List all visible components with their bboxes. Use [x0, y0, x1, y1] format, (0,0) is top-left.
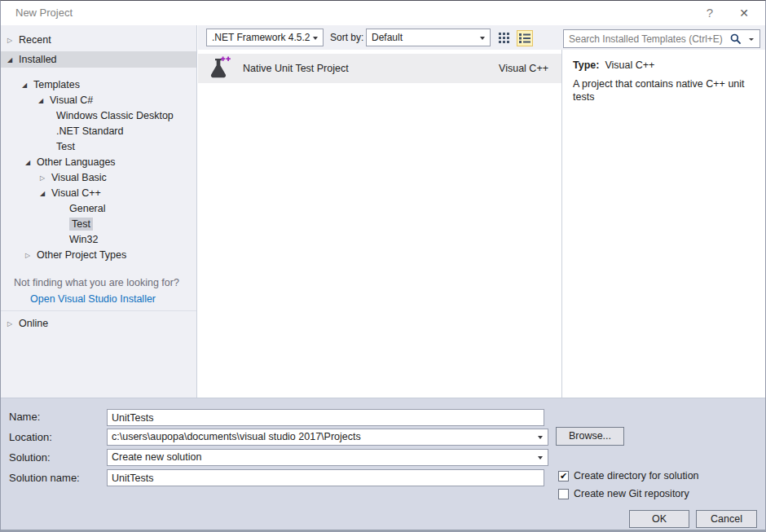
framework-dropdown[interactable]: .NET Framework 4.5.2 [206, 29, 324, 46]
new-project-dialog: New Project ? ✕ ▷Recent ◢Installed ◢Temp… [0, 0, 766, 532]
location-combo[interactable]: c:\users\aupopa\documents\visual studio … [107, 429, 548, 446]
search-input[interactable] [569, 31, 724, 46]
chevron-expanded-icon: ◢ [25, 155, 37, 170]
medium-icons-view-button[interactable] [496, 30, 513, 46]
chevron-expanded-icon: ◢ [22, 77, 33, 93]
solution-value: Create new solution [112, 451, 201, 463]
create-directory-checkbox-row[interactable]: ✔ Create directory for solution [558, 469, 699, 482]
tree-item-label: Test [56, 141, 75, 152]
create-git-repo-checkbox-row[interactable]: Create new Git repository [558, 487, 689, 500]
solution-combo[interactable]: Create new solution [107, 449, 548, 466]
sort-dropdown[interactable]: Default [366, 29, 491, 46]
search-box [563, 29, 760, 48]
tree-item-test-cpp-selected[interactable]: Test [1, 217, 196, 232]
tree-item-label: Other Languages [37, 156, 116, 168]
checkbox-label: Create new Git repository [574, 488, 689, 499]
solution-name-field-wrap [107, 469, 544, 486]
list-view-icon [519, 33, 530, 43]
solution-name-label: Solution name: [9, 472, 80, 484]
template-item-native-unit-test[interactable]: Native Unit Test Project Visual C++ [198, 54, 561, 83]
checkbox-unchecked-icon[interactable] [558, 489, 569, 499]
chevron-expanded-icon: ◢ [7, 52, 19, 68]
cpp-unit-test-flask-icon [205, 55, 231, 81]
chevron-down-icon [538, 456, 543, 459]
tree-item-templates[interactable]: ◢Templates [1, 77, 196, 93]
tree-item-label: Win32 [69, 234, 98, 245]
chevron-expanded-icon: ◢ [40, 186, 51, 201]
tree-item-recent[interactable]: ▷Recent [1, 32, 196, 48]
search-icon[interactable] [730, 33, 742, 45]
category-sidebar: ▷Recent ◢Installed ◢Templates ◢Visual C#… [1, 25, 197, 398]
name-label: Name: [9, 411, 40, 423]
cancel-button[interactable]: Cancel [696, 510, 757, 528]
close-button[interactable]: ✕ [733, 4, 755, 22]
tree-item-visual-basic[interactable]: ▷Visual Basic [1, 170, 196, 186]
location-value: c:\users\aupopa\documents\visual studio … [112, 431, 361, 442]
sort-by-label: Sort by: [330, 32, 363, 43]
tree-item-label: Visual C++ [51, 187, 101, 199]
chevron-expanded-icon: ◢ [38, 93, 50, 108]
chevron-down-icon [313, 37, 318, 40]
list-view-button[interactable] [517, 30, 533, 46]
template-name: Native Unit Test Project [243, 63, 499, 74]
type-label: Type: [573, 59, 599, 71]
list-toolbar: .NET Framework 4.5.2 Sort by: Default [198, 25, 766, 50]
tree-item-label: Templates [33, 79, 80, 90]
tree-item-label: Windows Classic Desktop [56, 110, 174, 121]
titlebar: New Project ? ✕ [1, 1, 765, 25]
project-name-input[interactable] [108, 410, 544, 425]
tree-item-visual-cpp[interactable]: ◢Visual C++ [1, 186, 196, 201]
framework-dropdown-value: .NET Framework 4.5.2 [212, 32, 310, 43]
tree-item-label: Installed [19, 54, 57, 65]
template-description: A project that contains native C++ unit … [573, 77, 754, 103]
sidebar-divider [1, 310, 196, 311]
tree-item-test-csharp[interactable]: Test [1, 139, 196, 155]
ok-button[interactable]: OK [629, 510, 689, 528]
project-settings-form: Name: Location: c:\users\aupopa\document… [1, 398, 766, 532]
chevron-collapsed-icon: ▷ [40, 170, 51, 186]
browse-button[interactable]: Browse... [556, 427, 624, 446]
tree-item-win32[interactable]: Win32 [1, 232, 196, 248]
tree-item-visual-csharp[interactable]: ◢Visual C# [1, 93, 196, 108]
sort-dropdown-value: Default [372, 32, 403, 43]
tree-item-windows-classic-desktop[interactable]: Windows Classic Desktop [1, 108, 196, 124]
tree-item-label: General [69, 203, 105, 214]
not-finding-text: Not finding what you are looking for? [1, 275, 196, 291]
tree-item-other-languages[interactable]: ◢Other Languages [1, 155, 196, 170]
location-label: Location: [9, 431, 52, 443]
tree-item-online[interactable]: ▷Online [1, 315, 196, 332]
template-language: Visual C++ [499, 63, 548, 74]
chevron-collapsed-icon: ▷ [7, 316, 19, 332]
template-type-line: Type:Visual C++ [573, 59, 654, 71]
template-details-panel: Type:Visual C++ A project that contains … [561, 50, 766, 398]
project-name-field-wrap [107, 409, 544, 426]
tree-item-net-standard[interactable]: .NET Standard [1, 124, 196, 139]
solution-label: Solution: [9, 451, 51, 464]
type-value: Visual C++ [605, 59, 654, 71]
tree-item-label: Other Project Types [37, 249, 126, 261]
template-list: Native Unit Test Project Visual C++ [198, 50, 561, 398]
tree-item-label: Visual Basic [51, 172, 107, 183]
solution-name-input[interactable] [108, 470, 544, 486]
tree-item-installed[interactable]: ◢Installed [1, 51, 196, 68]
checkbox-label: Create directory for solution [574, 470, 699, 481]
grid-view-icon [499, 33, 510, 44]
tree-item-label: Test [69, 218, 93, 231]
chevron-down-icon [480, 37, 485, 40]
tree-item-label: Visual C# [50, 95, 93, 106]
open-vs-installer-link[interactable]: Open Visual Studio Installer [1, 291, 196, 307]
tree-item-label: .NET Standard [56, 125, 123, 137]
tree-item-general[interactable]: General [1, 201, 196, 217]
tree-item-label: Online [19, 318, 48, 329]
search-options-chevron-icon[interactable] [749, 38, 754, 41]
tree-item-label: Recent [19, 34, 51, 46]
tree-item-other-project-types[interactable]: ▷Other Project Types [1, 248, 196, 263]
checkbox-checked-icon[interactable]: ✔ [558, 471, 569, 481]
chevron-collapsed-icon: ▷ [25, 248, 37, 263]
chevron-down-icon [538, 436, 543, 439]
dialog-title: New Project [15, 7, 73, 19]
help-button[interactable]: ? [698, 4, 721, 22]
chevron-collapsed-icon: ▷ [7, 33, 19, 49]
